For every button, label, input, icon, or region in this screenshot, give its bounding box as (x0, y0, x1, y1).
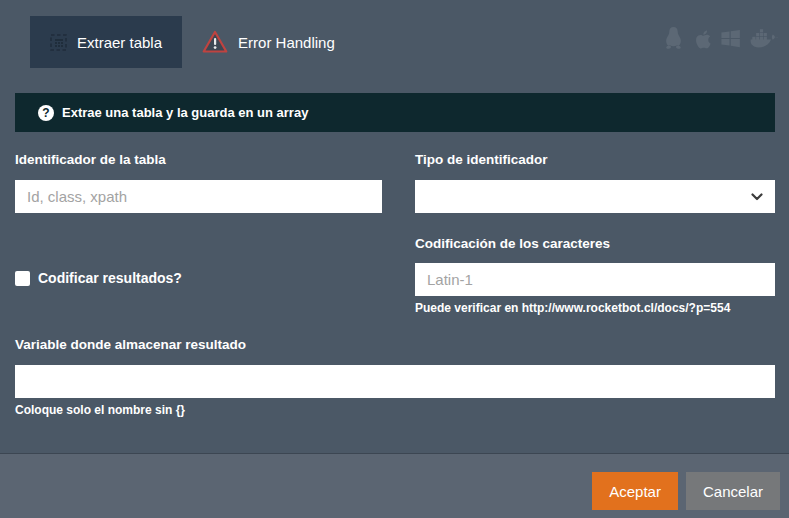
platform-icons (663, 26, 780, 51)
tab-extraer-tabla[interactable]: Extraer tabla (30, 16, 182, 68)
codificacion-label: Codificación de los caracteres (415, 236, 775, 251)
cancel-button[interactable]: Cancelar (686, 472, 780, 510)
windows-icon (719, 27, 742, 50)
variable-input[interactable] (15, 365, 775, 398)
variable-help: Coloque solo el nombre sin {} (15, 403, 775, 417)
field-variable: Variable donde almacenar resultado Coloq… (15, 315, 775, 417)
docker-icon (749, 27, 780, 51)
linux-icon (663, 26, 684, 51)
table-icon (50, 34, 67, 51)
codificar-label[interactable]: Codificar resultados? (38, 270, 182, 286)
form: Identificador de la tabla Tipo de identi… (0, 132, 789, 417)
question-circle-icon: ? (38, 105, 54, 121)
variable-label: Variable donde almacenar resultado (15, 337, 775, 352)
field-codificacion: Codificación de los caracteres Puede ver… (415, 213, 775, 315)
codificacion-help: Puede verificar en http://www.rocketbot.… (415, 301, 775, 315)
field-identificador: Identificador de la tabla (15, 132, 382, 213)
tab-label: Error Handling (238, 34, 335, 51)
extract-table-dialog: Extraer tabla Error Handling (0, 0, 789, 518)
apple-icon (691, 27, 712, 51)
identificador-input[interactable] (15, 180, 382, 213)
info-text: Extrae una tabla y la guarda en un array (62, 105, 308, 120)
accept-button[interactable]: Aceptar (592, 472, 678, 510)
footer: Aceptar Cancelar (0, 453, 789, 518)
identificador-label: Identificador de la tabla (15, 152, 382, 167)
tipo-label: Tipo de identificador (415, 152, 775, 167)
info-bar: ? Extrae una tabla y la guarda en un arr… (15, 93, 775, 132)
tab-bar: Extraer tabla Error Handling (0, 0, 789, 68)
tab-label: Extraer tabla (77, 34, 162, 51)
tipo-select[interactable] (415, 180, 775, 213)
field-codificar: Codificar resultados? (15, 213, 382, 315)
codificacion-input[interactable] (415, 263, 775, 296)
field-tipo: Tipo de identificador (415, 132, 775, 213)
codificar-checkbox[interactable] (15, 271, 30, 286)
warning-icon (202, 30, 228, 54)
tab-error-handling[interactable]: Error Handling (182, 16, 355, 68)
